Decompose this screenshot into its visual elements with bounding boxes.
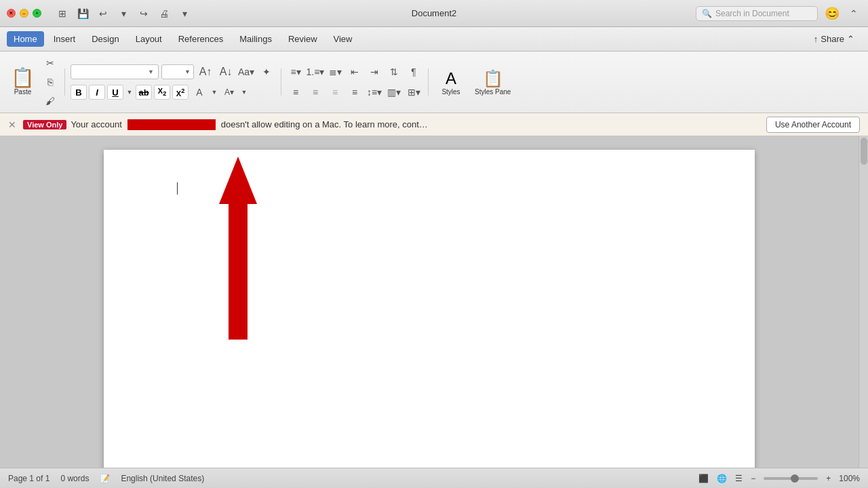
menu-mailings[interactable]: Mailings [233,31,279,47]
bullets-button[interactable]: ≡▾ [287,63,304,81]
superscript-button[interactable]: X2 [172,85,189,100]
proofing-icon[interactable]: 📝 [100,474,110,483]
align-right-button[interactable]: ≡ [326,83,344,101]
menu-references[interactable]: References [172,31,230,47]
zoom-minus-button[interactable]: − [751,474,755,483]
menu-insert[interactable]: Insert [47,31,83,47]
layout-view-icon[interactable]: ⬛ [698,474,709,483]
notification-text-after: doesn't allow editing on a Mac. To learn… [221,119,428,129]
paragraph-group: ≡▾ 1.≡▾ ≣▾ ⇤ ⇥ ⇅ ¶ ≡ ≡ ≡ ≡ ↕≡▾ ▥▾ ⊞▾ [287,63,422,101]
numbering-button[interactable]: 1.≡▾ [307,63,324,81]
notification-bar: ✕ View Only Your account doesn't allow e… [0,113,868,136]
cut-button[interactable]: ✂ [41,54,59,72]
share-icon: ↑ [814,34,818,44]
align-left-button[interactable]: ≡ [287,83,304,101]
zoom-thumb [791,474,799,483]
print-icon[interactable]: 🖨 [157,6,172,21]
paste-icon: 📋 [11,68,35,87]
line-spacing-button[interactable]: ↕≡▾ [366,83,383,101]
toolbar-icons: ⊞ 💾 ↩ ▾ ↪ 🖨 ▾ [55,6,192,21]
more-icon[interactable]: ▾ [177,6,192,21]
italic-button[interactable]: I [89,85,105,100]
align-center-button[interactable]: ≡ [307,83,324,101]
minimize-button[interactable]: – [20,9,28,18]
zoom-plus-button[interactable]: + [826,474,831,483]
font-family-arrow: ▼ [148,68,154,75]
menu-design[interactable]: Design [85,31,125,47]
decrease-indent-button[interactable]: ⇤ [346,63,363,81]
vertical-scrollbar[interactable] [859,136,868,468]
format-painter-button[interactable]: 🖌 [41,92,59,110]
redacted-account [127,119,216,130]
menu-view[interactable]: View [327,31,359,47]
font-color-button[interactable]: A [191,83,208,101]
expand-icon[interactable]: ⌃ [846,6,861,21]
font-size-arrow: ▼ [184,68,191,75]
annotation-arrow [219,157,257,340]
search-icon: 🔍 [702,9,712,18]
subscript-button[interactable]: X2 [154,85,170,100]
arrow-head [219,157,257,204]
zoom-slider[interactable] [764,477,818,480]
change-case-button[interactable]: Aa▾ [237,63,255,81]
ribbon: 📋 Paste ✂ ⎘ 🖌 ▼ ▼ A↑ [0,52,868,113]
highlight-button[interactable]: A▾ [220,83,238,101]
doc-scroll-area[interactable] [0,136,859,468]
styles-pane-label: Styles Pane [475,88,511,96]
sort-button[interactable]: ⇅ [385,63,403,81]
styles-pane-icon: 📋 [483,69,503,88]
use-another-account-button[interactable]: Use Another Account [766,117,860,133]
borders-button[interactable]: ⊞▾ [405,83,422,101]
maximize-button[interactable]: + [33,9,41,18]
copy-button[interactable]: ⎘ [41,73,59,91]
strikethrough-button[interactable]: ab [136,85,152,100]
styles-icon: A [446,69,456,88]
redo-icon[interactable]: ↪ [136,6,151,21]
underline-arrow[interactable]: ▼ [125,83,134,101]
increase-indent-button[interactable]: ⇥ [366,63,383,81]
notification-close-button[interactable]: ✕ [8,119,16,130]
bold-button[interactable]: B [71,85,87,100]
document-page[interactable] [104,150,755,468]
menu-layout[interactable]: Layout [129,31,169,47]
document-area [0,136,868,468]
font-family-selector[interactable]: ▼ [71,64,159,79]
app-window: ✕ – + ⊞ 💾 ↩ ▾ ↪ 🖨 ▾ Document2 🔍 Search i… [0,0,868,488]
language: English (United States) [121,474,204,483]
font-color-arrow[interactable]: ▼ [210,83,218,101]
search-placeholder: Search in Document [715,9,789,18]
undo-icon[interactable]: ↩ [96,6,111,21]
menu-home[interactable]: Home [7,31,44,47]
increase-font-button[interactable]: A↑ [197,63,214,81]
undo-dropdown-icon[interactable]: ▾ [116,6,131,21]
outline-view-icon[interactable]: ☰ [735,474,743,483]
show-marks-button[interactable]: ¶ [405,63,422,81]
decrease-font-button[interactable]: A↓ [217,63,235,81]
styles-pane-button[interactable]: 📋 Styles Pane [469,65,516,99]
sidebar-toggle-icon[interactable]: ⊞ [55,6,70,21]
shading-button[interactable]: ▥▾ [385,83,403,101]
multilevel-button[interactable]: ≣▾ [326,63,344,81]
styles-button[interactable]: A Styles [434,65,468,99]
search-box[interactable]: 🔍 Search in Document [696,6,818,21]
highlight-arrow[interactable]: ▼ [240,83,248,101]
status-right: ⬛ 🌐 ☰ − + 100% [698,474,860,483]
scroll-thumb[interactable] [861,138,867,165]
word-count: 0 words [60,474,89,483]
paste-button[interactable]: 📋 Paste [5,67,40,97]
clear-formatting-button[interactable]: ✦ [258,63,275,81]
underline-button[interactable]: U [107,85,123,100]
font-group: ▼ ▼ A↑ A↓ Aa▾ ✦ B I U ▼ ab X2 X2 A [71,63,275,101]
text-cursor [177,182,178,195]
close-button[interactable]: ✕ [7,9,16,18]
menu-review[interactable]: Review [281,31,324,47]
justify-button[interactable]: ≡ [346,83,363,101]
web-view-icon[interactable]: 🌐 [717,474,727,483]
status-bar: Page 1 of 1 0 words 📝 English (United St… [0,468,868,488]
sep3 [428,68,429,96]
font-size-selector[interactable]: ▼ [161,64,194,79]
user-icon[interactable]: 😊 [825,6,840,21]
zoom-level: 100% [839,474,860,483]
share-button[interactable]: ↑ Share ⌃ [807,31,861,47]
save-icon[interactable]: 💾 [75,6,90,21]
